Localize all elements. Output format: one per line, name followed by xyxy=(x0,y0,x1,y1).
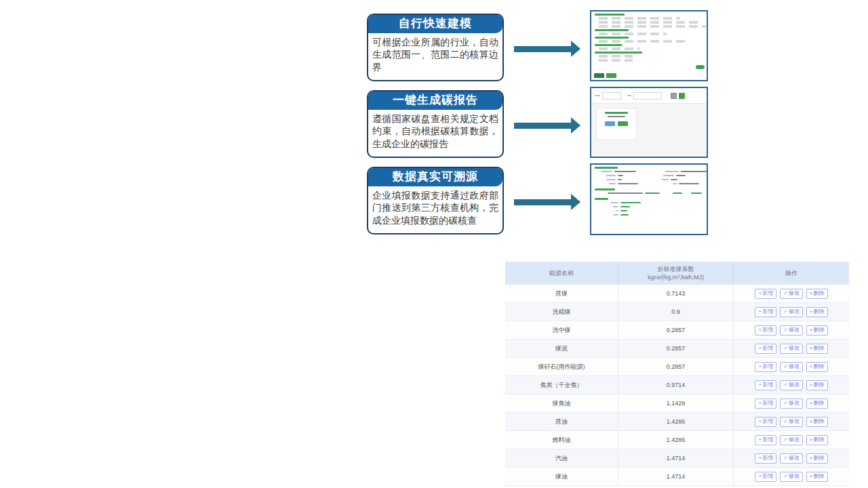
edit-button-label: 修改 xyxy=(789,346,800,351)
delete-button[interactable]: ×删除 xyxy=(806,380,828,390)
plus-icon: + xyxy=(758,327,762,333)
add-button-label: 新增 xyxy=(762,309,773,314)
edit-button[interactable]: ✓修改 xyxy=(780,417,803,427)
plus-icon: + xyxy=(758,291,762,296)
edit-button[interactable]: ✓修改 xyxy=(780,344,803,354)
energy-name-cell: 焦炭（干全焦） xyxy=(505,376,618,394)
energy-name-cell: 洗精煤 xyxy=(505,303,618,321)
mini-generate-button xyxy=(618,121,628,126)
energy-name-cell: 煤焦油 xyxy=(505,394,618,412)
energy-name-cell: 煤泥 xyxy=(505,340,618,357)
arrow-head xyxy=(571,117,580,134)
actions-cell: +新增 ✓修改 ×删除 xyxy=(734,285,849,302)
table-row: 汽油 1.4714 +新增 ✓修改 ×删除 xyxy=(505,449,849,468)
mini-field-row xyxy=(599,17,680,20)
add-button[interactable]: +新增 xyxy=(755,325,776,336)
add-button-label: 新增 xyxy=(762,474,773,479)
edit-button-label: 修改 xyxy=(789,382,800,388)
add-button[interactable]: +新增 xyxy=(755,472,776,482)
slide-canvas: 自行快速建模 可根据企业所属的行业，自动生成范围一、范围二的核算边界 一键生成碳… xyxy=(0,0,868,488)
delete-button[interactable]: ×删除 xyxy=(806,344,828,354)
coefficient-header-line1: 折标准煤系数 xyxy=(658,265,694,273)
plus-icon: + xyxy=(758,437,762,443)
add-button[interactable]: +新增 xyxy=(755,399,776,409)
mini-icon-button xyxy=(671,93,677,99)
mini-section-title xyxy=(595,167,618,169)
edit-button[interactable]: ✓修改 xyxy=(780,399,803,409)
check-icon: ✓ xyxy=(783,291,788,296)
edit-button-label: 修改 xyxy=(789,364,800,369)
delete-button[interactable]: ×删除 xyxy=(806,325,828,336)
edit-button[interactable]: ✓修改 xyxy=(780,380,803,390)
delete-button[interactable]: ×删除 xyxy=(806,362,828,372)
column-header-energy-name: 能源名称 xyxy=(505,262,618,285)
column-header-coefficient: 折标准煤系数 kgce/(kg,m³,kwh,MJ) xyxy=(618,262,734,285)
mini-field-row xyxy=(599,55,633,58)
mini-label xyxy=(595,95,600,96)
delete-button[interactable]: ×删除 xyxy=(806,453,828,464)
table-header-row: 能源名称 折标准煤系数 kgce/(kg,m³,kwh,MJ) 操作 xyxy=(505,262,849,285)
actions-cell: +新增 ✓修改 ×删除 xyxy=(734,321,849,339)
delete-button[interactable]: ×删除 xyxy=(806,399,828,409)
arrow-shaft xyxy=(514,199,571,205)
actions-cell: +新增 ✓修改 ×删除 xyxy=(734,303,849,321)
add-button-label: 新增 xyxy=(762,401,773,406)
add-button[interactable]: +新增 xyxy=(755,417,776,427)
energy-name-cell: 煤矸石(用作能源) xyxy=(505,358,618,375)
add-button[interactable]: +新增 xyxy=(755,453,776,464)
add-button[interactable]: +新增 xyxy=(755,380,776,390)
feature-description: 遵循国家碳盘查相关规定文档约束，自动根据碳核算数据，生成企业的碳报告 xyxy=(368,110,502,152)
edit-button[interactable]: ✓修改 xyxy=(780,325,803,336)
arrow-right-icon xyxy=(514,194,580,210)
delete-button[interactable]: ×删除 xyxy=(806,435,828,445)
edit-button[interactable]: ✓修改 xyxy=(780,307,803,317)
feature-card: 数据真实可溯源 企业填报数据支持通过政府部门推送到第三方核查机构，完成企业填报数… xyxy=(367,167,504,235)
mini-field-row xyxy=(599,33,667,35)
table-row: 煤矸石(用作能源) 0.2857 +新增 ✓修改 ×删除 xyxy=(505,358,849,376)
mini-section-title xyxy=(595,37,629,39)
feature-card: 自行快速建模 可根据企业所属的行业，自动生成范围一、范围二的核算边界 xyxy=(367,14,504,81)
add-button[interactable]: +新增 xyxy=(755,435,776,445)
delete-button[interactable]: ×删除 xyxy=(806,417,828,427)
plus-icon: + xyxy=(758,364,762,369)
delete-button[interactable]: ×删除 xyxy=(806,307,828,317)
add-button[interactable]: +新增 xyxy=(755,362,776,372)
add-button[interactable]: +新增 xyxy=(755,307,776,317)
mini-field-row xyxy=(599,40,687,43)
table-row: 煤泥 0.2857 +新增 ✓修改 ×删除 xyxy=(505,340,849,358)
check-icon: ✓ xyxy=(783,382,788,388)
edit-button-label: 修改 xyxy=(789,455,800,461)
edit-button[interactable]: ✓修改 xyxy=(780,435,803,445)
x-icon: × xyxy=(810,382,813,388)
mini-field-row xyxy=(599,59,633,62)
add-button[interactable]: +新增 xyxy=(755,344,776,354)
actions-cell: +新增 ✓修改 ×删除 xyxy=(734,449,849,467)
delete-button[interactable]: ×删除 xyxy=(806,472,828,482)
delete-button-label: 删除 xyxy=(814,327,825,333)
energy-name-cell: 煤油 xyxy=(505,468,618,485)
coefficient-cell: 1.4286 xyxy=(618,431,734,449)
edit-button[interactable]: ✓修改 xyxy=(780,453,803,464)
edit-button[interactable]: ✓修改 xyxy=(780,289,803,299)
x-icon: × xyxy=(810,309,813,314)
coefficient-cell: 1.4714 xyxy=(618,468,734,485)
modeling-form-screenshot xyxy=(590,10,708,81)
delete-button[interactable]: ×删除 xyxy=(806,289,828,299)
add-button[interactable]: +新增 xyxy=(755,289,776,299)
coefficient-header-line2: kgce/(kg,m³,kwh,MJ) xyxy=(648,273,704,281)
coefficient-cell: 0.9714 xyxy=(618,376,734,394)
mini-section-title xyxy=(595,52,642,54)
mini-submit-button xyxy=(606,73,616,78)
table-row: 洗中煤 0.2857 +新增 ✓修改 ×删除 xyxy=(505,321,849,340)
edit-button-label: 修改 xyxy=(789,401,800,406)
x-icon: × xyxy=(810,419,813,424)
mini-card-subtitle xyxy=(608,116,625,117)
edit-button[interactable]: ✓修改 xyxy=(780,472,803,482)
coefficient-cell: 0.7143 xyxy=(618,285,734,302)
add-button-label: 新增 xyxy=(762,455,773,461)
edit-button[interactable]: ✓修改 xyxy=(780,362,803,372)
mini-input xyxy=(633,92,662,100)
energy-coefficient-table: 能源名称 折标准煤系数 kgce/(kg,m³,kwh,MJ) 操作 原煤 0.… xyxy=(505,262,849,486)
x-icon: × xyxy=(810,327,813,333)
data-verification-screenshot xyxy=(590,163,708,235)
